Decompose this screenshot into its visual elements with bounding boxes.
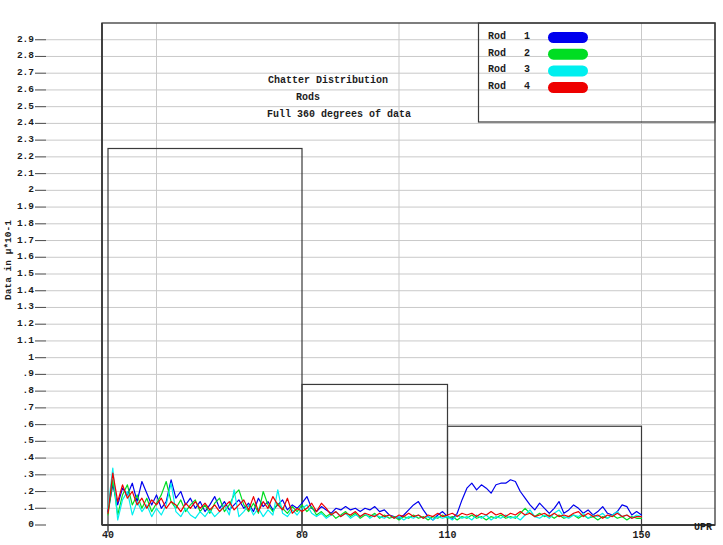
- y-tick-label: 1.1: [0, 336, 34, 346]
- legend-swatch-rod-3: [548, 65, 588, 76]
- x-tick-label: 80: [296, 530, 308, 541]
- y-tick-label: 1.2: [0, 319, 34, 329]
- y-tick-label: .7: [0, 403, 34, 413]
- y-tick-label: .9: [0, 369, 34, 379]
- x-axis-unit-label: UPR: [694, 523, 712, 533]
- distribution-step-box: [108, 149, 302, 525]
- y-tick-label: 0: [0, 520, 34, 530]
- legend-swatch-rod-4: [548, 82, 588, 93]
- y-tick-label: 2.2: [0, 152, 34, 162]
- y-tick-label: 2.4: [0, 118, 34, 128]
- legend-label-rod-2: Rod 2: [488, 49, 530, 59]
- x-tick-label: 110: [438, 530, 456, 541]
- y-tick-label: .2: [0, 487, 34, 497]
- y-tick-label: 2.3: [0, 135, 34, 145]
- y-axis-title: Data in µ*10-1: [4, 215, 16, 305]
- y-tick-label: .6: [0, 420, 34, 430]
- y-tick-label: 2: [0, 185, 34, 195]
- y-tick-label: .3: [0, 470, 34, 480]
- y-tick-label: 2.7: [0, 68, 34, 78]
- legend-label-rod-4: Rod 4: [488, 82, 530, 92]
- series-line-rod-3: [108, 468, 642, 520]
- y-tick-label: .8: [0, 386, 34, 396]
- y-tick-label: 2.9: [0, 35, 34, 45]
- legend-swatch-rod-1: [548, 32, 588, 43]
- chatter-distribution-chart: 0.1.2.3.4.5.6.7.8.911.11.21.31.41.51.61.…: [0, 0, 723, 545]
- chart-subtitle-2: Full 360 degrees of data: [267, 110, 411, 120]
- y-tick-label: 2.8: [0, 51, 34, 61]
- y-tick-label: .4: [0, 453, 34, 463]
- y-tick-label: .5: [0, 436, 34, 446]
- chart-subtitle-1: Rods: [296, 93, 320, 103]
- y-tick-label: 2.1: [0, 169, 34, 179]
- y-tick-label: 2.6: [0, 85, 34, 95]
- chart-title: Chatter Distribution: [268, 76, 388, 86]
- y-tick-label: 2.5: [0, 102, 34, 112]
- legend-label-rod-1: Rod 1: [488, 32, 530, 42]
- y-tick-label: .1: [0, 503, 34, 513]
- legend-label-rod-3: Rod 3: [488, 65, 530, 75]
- y-tick-label: 1.9: [0, 202, 34, 212]
- distribution-step-box: [302, 384, 448, 525]
- x-tick-label: 150: [632, 530, 650, 541]
- legend-swatch-rod-2: [548, 49, 588, 60]
- y-tick-label: 1: [0, 353, 34, 363]
- x-tick-label: 40: [102, 530, 114, 541]
